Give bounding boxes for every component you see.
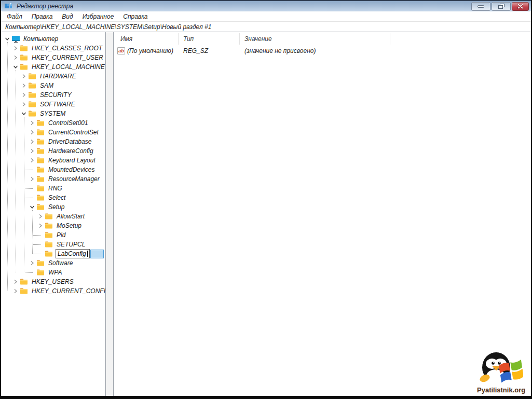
tree-item-label: DriverDatabase (46, 138, 91, 145)
penguin-windows-logo (479, 351, 523, 384)
column-header-0[interactable]: Имя (114, 33, 179, 45)
tree-item-setupcl[interactable]: SETUPCL (1, 240, 105, 249)
chevron-right-icon[interactable] (20, 72, 28, 81)
chevron-right-icon[interactable] (28, 118, 36, 128)
tree-item-setup[interactable]: Setup (1, 202, 105, 212)
folder-icon (36, 184, 46, 192)
tree-item-system[interactable]: SYSTEM (1, 109, 105, 118)
tree-item-label: Pid (54, 231, 65, 239)
chevron-right-icon[interactable] (28, 128, 36, 137)
titlebar[interactable]: Редактор реестра (1, 0, 531, 11)
tree-item-labconfig[interactable]: LabConfig (1, 249, 105, 258)
tree-item-label: SYSTEM (37, 110, 65, 117)
folder-icon (20, 63, 29, 71)
tree-item-allowstart[interactable]: AllowStart (1, 212, 105, 221)
tree-item-software[interactable]: Software (1, 258, 105, 268)
tree-item-label: SOFTWARE (37, 101, 75, 108)
folder-icon (20, 287, 29, 295)
tree-item-hkey-classes-root[interactable]: HKEY_CLASSES_ROOT (1, 44, 105, 53)
column-header-2[interactable]: Значение (240, 33, 390, 45)
window-minimize-button[interactable] (471, 2, 490, 11)
chevron-right-icon[interactable] (28, 137, 36, 146)
folder-icon (45, 250, 54, 258)
tree-item-label: RNG (46, 185, 62, 192)
folder-icon (36, 259, 46, 267)
tree-item-label: AllowStart (54, 213, 85, 220)
folder-icon (36, 147, 46, 155)
folder-icon (36, 137, 46, 146)
menu-item-0[interactable]: Файл (2, 12, 27, 21)
rename-key-input[interactable]: LabConfig (56, 249, 90, 258)
tree-item-wpa[interactable]: WPA (1, 268, 105, 277)
chevron-right-icon[interactable] (20, 100, 28, 109)
tree-item-label: WPA (46, 269, 62, 276)
tree-item-driverdatabase[interactable]: DriverDatabase (1, 137, 105, 146)
tree-item-hkey-current-config[interactable]: HKEY_CURRENT_CONFIG (1, 286, 105, 296)
folder-icon (36, 156, 46, 164)
menu-item-4[interactable]: Справка (118, 12, 152, 21)
tree-item-hkey-local-machine[interactable]: HKEY_LOCAL_MACHINE (1, 62, 105, 72)
chevron-right-icon[interactable] (28, 174, 36, 184)
chevron-right-icon[interactable] (36, 221, 45, 230)
value-data: (значение не присвоено) (240, 47, 390, 54)
chevron-right-icon[interactable] (28, 258, 36, 268)
chevron-right-icon[interactable] (28, 156, 36, 165)
tree-item-resourcemanager[interactable]: ResourceManager (1, 174, 105, 184)
tree-item-sam[interactable]: SAM (1, 81, 105, 90)
tree-item-hardware[interactable]: HARDWARE (1, 72, 105, 81)
value-row[interactable]: ab(По умолчанию)REG_SZ(значение не присв… (114, 46, 531, 56)
values-panel[interactable]: ИмяТипЗначение ab(По умолчанию)REG_SZ(зн… (113, 32, 531, 396)
tree-item-controlset001[interactable]: ControlSet001 (1, 118, 105, 128)
window-restore-button[interactable] (492, 2, 511, 11)
tree-guide-line (32, 210, 33, 254)
chevron-right-icon[interactable] (36, 212, 45, 221)
chevron-right-icon[interactable] (20, 81, 28, 90)
tree-item-rng[interactable]: RNG (1, 184, 105, 193)
tree-item-currentcontrolset[interactable]: CurrentControlSet (1, 128, 105, 137)
window-title: Редактор реестра (17, 3, 470, 10)
folder-icon (36, 175, 46, 183)
tree-item-mounteddevices[interactable]: MountedDevices (1, 165, 105, 174)
folder-icon (36, 128, 46, 136)
tree-item-hardwareconfig[interactable]: HardwareConfig (1, 146, 105, 156)
chevron-right-icon[interactable] (11, 286, 20, 296)
chevron-right-icon (21, 102, 26, 107)
tree-item-label: MountedDevices (46, 166, 94, 173)
column-header-1[interactable]: Тип (179, 33, 240, 45)
tree-item-mosetup[interactable]: MoSetup (1, 221, 105, 230)
tree-item-security[interactable]: SECURITY (1, 90, 105, 100)
tree-item-keyboard-layout[interactable]: Keyboard Layout (1, 156, 105, 165)
regedit-window: Редактор реестра ФайлПравкаВидИзбранноеС… (1, 0, 531, 396)
tree-item-hkey-current-user[interactable]: HKEY_CURRENT_USER (1, 53, 105, 62)
menu-item-1[interactable]: Правка (27, 12, 58, 21)
value-type: REG_SZ (179, 47, 240, 54)
chevron-right-icon[interactable] (28, 146, 36, 156)
chevron-right-icon[interactable] (20, 90, 28, 100)
tree-panel[interactable]: КомпьютерHKEY_CLASSES_ROOTHKEY_CURRENT_U… (1, 32, 106, 396)
rename-selection-remainder (90, 250, 104, 258)
chevron-down-icon (5, 36, 10, 42)
chevron-right-icon[interactable] (11, 277, 20, 286)
address-bar[interactable]: Компьютер\HKEY_LOCAL_MACHINE\SYSTEM\Setu… (1, 22, 531, 32)
tree-leaf-connector (28, 193, 36, 202)
folder-icon (36, 166, 46, 174)
folder-icon (36, 203, 46, 211)
tree-item-select[interactable]: Select (1, 193, 105, 202)
address-path[interactable]: Компьютер\HKEY_LOCAL_MACHINE\SYSTEM\Setu… (5, 23, 211, 31)
tree-item-label: ControlSet001 (46, 119, 88, 127)
panel-splitter[interactable] (106, 32, 113, 396)
reg-sz-icon: ab (117, 47, 125, 54)
tree-item-software[interactable]: SOFTWARE (1, 100, 105, 109)
window-close-button[interactable] (512, 2, 529, 11)
menu-item-2[interactable]: Вид (57, 12, 77, 21)
menu-item-3[interactable]: Избранное (78, 12, 119, 21)
watermark: Pyatilistnik.org (477, 351, 525, 394)
tree-item-label: ResourceManager (46, 175, 100, 183)
tree-leaf-connector (36, 249, 45, 258)
chevron-right-icon[interactable] (11, 44, 20, 53)
tree-item-hkey-users[interactable]: HKEY_USERS (1, 277, 105, 286)
chevron-right-icon (38, 223, 43, 228)
tree-item-pid[interactable]: Pid (1, 230, 105, 240)
chevron-right-icon[interactable] (11, 53, 20, 62)
tree-item-компьютер[interactable]: Компьютер (1, 34, 105, 44)
